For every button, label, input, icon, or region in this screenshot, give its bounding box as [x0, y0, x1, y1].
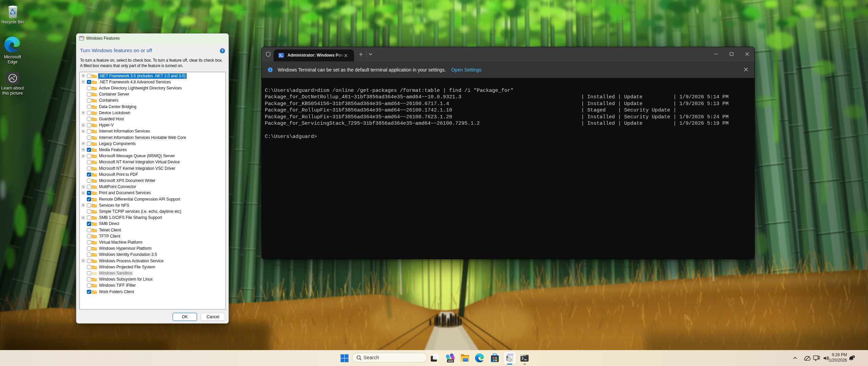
svg-text:z: z [854, 355, 855, 357]
svg-text:?: ? [221, 49, 223, 53]
svg-text:M365: M365 [448, 360, 453, 362]
